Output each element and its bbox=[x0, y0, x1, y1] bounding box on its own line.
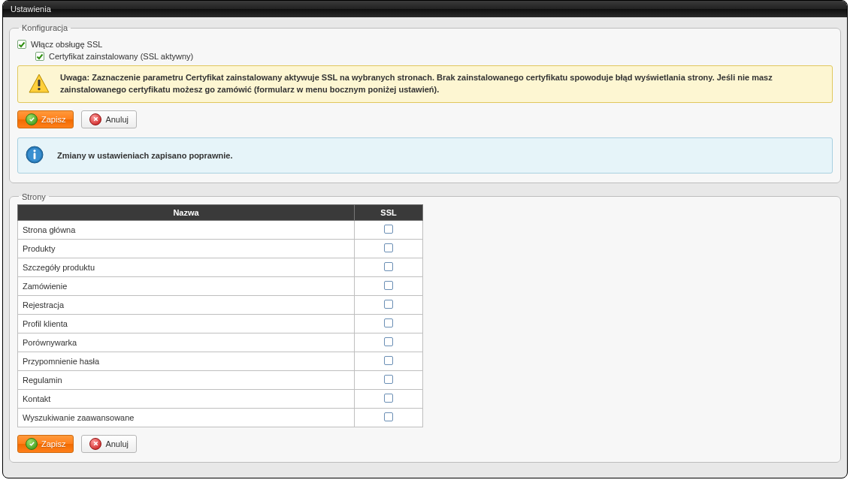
pages-table: Nazwa SSL Strona głównaProduktySzczegóły… bbox=[17, 204, 423, 427]
ssl-checkbox-icon bbox=[384, 412, 393, 421]
table-row: Porównywarka bbox=[18, 333, 423, 352]
page-ssl-cell[interactable] bbox=[355, 239, 423, 258]
page-name-cell: Wyszukiwanie zaawansowane bbox=[18, 408, 355, 427]
page-name-cell: Produkty bbox=[18, 239, 355, 258]
ssl-checkbox-icon bbox=[384, 281, 393, 290]
cert-installed-label: Certyfikat zainstalowany (SSL aktywny) bbox=[49, 52, 193, 61]
page-name-cell: Porównywarka bbox=[18, 333, 355, 352]
x-icon bbox=[89, 113, 101, 125]
page-ssl-cell[interactable] bbox=[355, 389, 423, 408]
checkbox-enable-ssl-icon bbox=[17, 40, 26, 49]
svg-point-2 bbox=[38, 88, 40, 90]
ssl-checkbox-icon bbox=[384, 300, 393, 309]
enable-ssl-row[interactable]: Włącz obsługę SSL bbox=[17, 40, 833, 49]
page-ssl-cell[interactable] bbox=[355, 314, 423, 333]
info-icon bbox=[26, 146, 44, 165]
table-row: Strona główna bbox=[18, 220, 423, 239]
check-icon bbox=[26, 113, 38, 125]
ssl-checkbox-icon bbox=[384, 243, 393, 252]
save-button[interactable]: Zapisz bbox=[17, 435, 74, 453]
ssl-checkbox-icon bbox=[384, 375, 393, 384]
cancel-button-label: Anuluj bbox=[105, 439, 129, 448]
panel-pages-legend: Strony bbox=[19, 192, 49, 201]
table-row: Produkty bbox=[18, 239, 423, 258]
col-ssl-header: SSL bbox=[355, 204, 423, 220]
page-ssl-cell[interactable] bbox=[355, 220, 423, 239]
ssl-checkbox-icon bbox=[384, 356, 393, 365]
save-button-label: Zapisz bbox=[41, 115, 65, 124]
page-name-cell: Przypomnienie hasła bbox=[18, 352, 355, 370]
page-name-cell: Zamówienie bbox=[18, 276, 355, 295]
ssl-checkbox-icon bbox=[384, 262, 393, 271]
window-title: Ustawienia bbox=[3, 1, 847, 17]
page-name-cell: Szczegóły produktu bbox=[18, 258, 355, 276]
cancel-button[interactable]: Anuluj bbox=[81, 435, 137, 453]
pages-button-row: Zapisz Anuluj bbox=[17, 435, 833, 453]
col-name-header: Nazwa bbox=[18, 204, 355, 220]
cancel-button[interactable]: Anuluj bbox=[81, 110, 137, 128]
checkbox-cert-installed-icon bbox=[35, 52, 44, 61]
ssl-checkbox-icon bbox=[384, 394, 393, 403]
table-row: Profil klienta bbox=[18, 314, 423, 333]
svg-rect-8 bbox=[34, 152, 36, 158]
warning-icon bbox=[29, 74, 50, 95]
check-icon bbox=[26, 438, 38, 450]
cert-installed-row[interactable]: Certyfikat zainstalowany (SSL aktywny) bbox=[35, 52, 833, 61]
save-button[interactable]: Zapisz bbox=[17, 110, 74, 128]
enable-ssl-label: Włącz obsługę SSL bbox=[31, 40, 102, 49]
save-button-label: Zapisz bbox=[41, 439, 65, 448]
table-row: Zamówienie bbox=[18, 276, 423, 295]
page-ssl-cell[interactable] bbox=[355, 295, 423, 314]
page-name-cell: Rejestracja bbox=[18, 295, 355, 314]
page-ssl-cell[interactable] bbox=[355, 352, 423, 370]
ssl-checkbox-icon bbox=[384, 225, 393, 234]
table-row: Wyszukiwanie zaawansowane bbox=[18, 408, 423, 427]
info-text: Zmiany w ustawieniach zapisano poprawnie… bbox=[57, 151, 233, 160]
panel-pages: Strony Nazwa SSL Strona głównaProduktySz… bbox=[9, 192, 841, 463]
settings-window: Ustawienia Konfiguracja Włącz obsługę SS… bbox=[2, 0, 848, 478]
config-button-row: Zapisz Anuluj bbox=[17, 110, 833, 128]
page-ssl-cell[interactable] bbox=[355, 258, 423, 276]
panel-config: Konfiguracja Włącz obsługę SSL Certyfika… bbox=[9, 23, 841, 183]
ssl-checkbox-icon bbox=[384, 318, 393, 327]
table-row: Rejestracja bbox=[18, 295, 423, 314]
page-ssl-cell[interactable] bbox=[355, 370, 423, 389]
page-ssl-cell[interactable] bbox=[355, 333, 423, 352]
table-row: Kontakt bbox=[18, 389, 423, 408]
warning-box: Uwaga: Zaznaczenie parametru Certyfikat … bbox=[17, 65, 833, 103]
x-icon bbox=[89, 438, 101, 450]
page-name-cell: Kontakt bbox=[18, 389, 355, 408]
page-name-cell: Strona główna bbox=[18, 220, 355, 239]
page-name-cell: Profil klienta bbox=[18, 314, 355, 333]
ssl-checkbox-icon bbox=[384, 337, 393, 346]
info-box: Zmiany w ustawieniach zapisano poprawnie… bbox=[17, 137, 833, 174]
window-body: Konfiguracja Włącz obsługę SSL Certyfika… bbox=[3, 17, 847, 478]
page-ssl-cell[interactable] bbox=[355, 408, 423, 427]
table-row: Przypomnienie hasła bbox=[18, 352, 423, 370]
cancel-button-label: Anuluj bbox=[105, 115, 129, 124]
table-row: Regulamin bbox=[18, 370, 423, 389]
page-name-cell: Regulamin bbox=[18, 370, 355, 389]
page-ssl-cell[interactable] bbox=[355, 276, 423, 295]
svg-point-7 bbox=[33, 149, 35, 152]
warning-text: Uwaga: Zaznaczenie parametru Certyfikat … bbox=[60, 72, 824, 96]
panel-config-legend: Konfiguracja bbox=[19, 23, 71, 32]
svg-rect-1 bbox=[38, 80, 41, 86]
table-row: Szczegóły produktu bbox=[18, 258, 423, 276]
